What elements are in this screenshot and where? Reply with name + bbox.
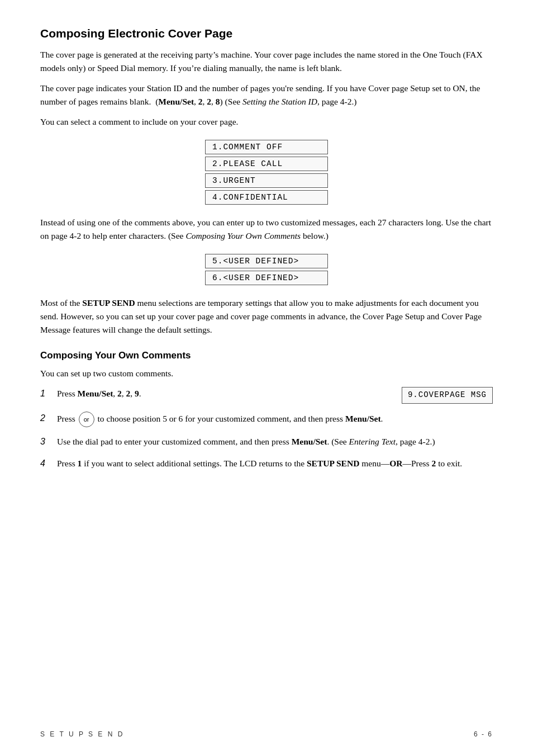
step3-bold-menuset: Menu/Set xyxy=(292,437,327,446)
step-2: 2 Press or to choose position 5 or 6 for… xyxy=(40,412,493,427)
step2-bold-menuset: Menu/Set xyxy=(345,413,381,423)
bold-2b: 2 xyxy=(207,97,211,106)
section2-intro: You can set up two custom comments. xyxy=(40,367,493,380)
step4-bold-setup: SETUP SEND xyxy=(307,459,359,468)
step1-bold-2: 2 xyxy=(117,389,122,398)
step-3: 3 Use the dial pad to enter your customi… xyxy=(40,435,493,449)
italic-station-id: Setting the Station ID xyxy=(242,97,317,106)
lcd-comment-list: 1.COMMENT OFF 2.PLEASE CALL 3.URGENT 4.C… xyxy=(40,139,493,206)
intro2-before: The cover page indicates your Station ID… xyxy=(40,83,480,106)
intro-paragraph-3: You can select a comment to include on y… xyxy=(40,115,493,129)
footer: S E T U P S E N D 6 - 6 xyxy=(40,730,493,738)
footer-left: S E T U P S E N D xyxy=(40,730,124,738)
step4-bold-1: 1 xyxy=(78,459,82,468)
footer-right: 6 - 6 xyxy=(474,730,493,738)
lcd-user-item-5: 5.<USER DEFINED> xyxy=(205,254,328,268)
step-num-1: 1 xyxy=(40,387,54,401)
bold-2a: 2 xyxy=(198,97,203,106)
step4-bold-2: 2 xyxy=(432,459,436,468)
lcd-user-list: 5.<USER DEFINED> 6.<USER DEFINED> xyxy=(40,253,493,286)
step1-bold-menuset: Menu/Set xyxy=(78,389,113,398)
body-paragraph-3: Most of the SETUP SEND menu selections a… xyxy=(40,296,493,337)
lcd-coverpage-msg: 9.COVERPAGE MSG xyxy=(402,387,493,404)
step3-italic-entering: Entering Text xyxy=(349,437,396,446)
bold-setup-send: SETUP SEND xyxy=(82,298,135,308)
or-button-icon: or xyxy=(79,412,94,427)
bold-menuset: Menu/Set xyxy=(158,97,194,106)
step1-bold-9: 9 xyxy=(135,389,139,398)
body-paragraph-2: Instead of using one of the comments abo… xyxy=(40,216,493,243)
step-4: 4 Press 1 if you want to select addition… xyxy=(40,457,493,471)
intro-paragraph-2: The cover page indicates your Station ID… xyxy=(40,82,493,108)
step4-bold-or: OR xyxy=(389,459,402,468)
steps-list: 1 Press Menu/Set, 2, 2, 9. 9.COVERPAGE M… xyxy=(40,387,493,470)
lcd-item-4: 4.CONFIDENTIAL xyxy=(205,190,328,205)
intro-paragraph-1: The cover page is generated at the recei… xyxy=(40,48,493,75)
page-title: Composing Electronic Cover Page xyxy=(40,27,493,40)
step-num-2: 2 xyxy=(40,412,54,426)
lcd-item-3: 3.URGENT xyxy=(205,173,328,188)
italic-composing: Composing Your Own Comments xyxy=(185,231,301,240)
step-1: 1 Press Menu/Set, 2, 2, 9. 9.COVERPAGE M… xyxy=(40,387,493,404)
lcd-user-item-6: 6.<USER DEFINED> xyxy=(205,271,328,285)
section2-heading: Composing Your Own Comments xyxy=(40,350,493,361)
step-num-4: 4 xyxy=(40,457,54,471)
bold-8: 8 xyxy=(216,97,220,106)
lcd-item-2: 2.PLEASE CALL xyxy=(205,157,328,171)
step1-bold-2b: 2 xyxy=(126,389,131,398)
lcd-item-1: 1.COMMENT OFF xyxy=(205,140,328,154)
step-num-3: 3 xyxy=(40,435,54,449)
step-1-row: Press Menu/Set, 2, 2, 9. 9.COVERPAGE MSG xyxy=(57,387,493,404)
